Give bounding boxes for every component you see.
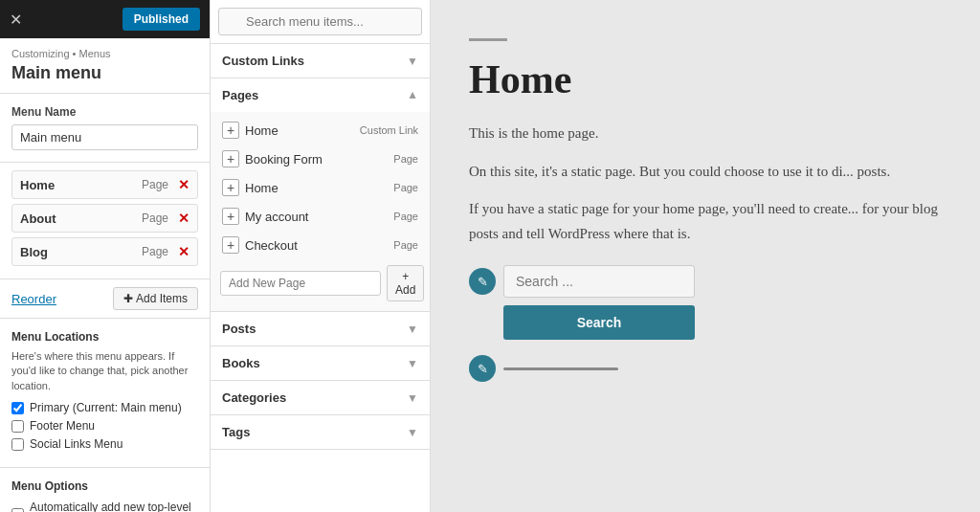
auto-add-label: Automatically add new top-level pages to… bbox=[30, 501, 198, 512]
list-item: + Home Page bbox=[211, 173, 430, 202]
location-footer: Footer Menu bbox=[11, 419, 198, 433]
site-paragraph-3: If you have a static page for your home … bbox=[469, 197, 942, 246]
search-box-wrap: 🔍 bbox=[218, 8, 422, 35]
menu-locations-description: Here's where this menu appears. If you'd… bbox=[11, 349, 198, 393]
posts-label: Posts bbox=[222, 322, 256, 336]
page-name: Home bbox=[245, 123, 278, 138]
page-type: Page bbox=[393, 211, 418, 222]
right-panel: Home This is the home page. On this site… bbox=[431, 0, 980, 512]
primary-label: Primary (Current: Main menu) bbox=[30, 401, 182, 414]
add-page-button[interactable]: + Add bbox=[387, 265, 424, 301]
breadcrumb: Customizing • Menus bbox=[0, 38, 210, 63]
accordion-posts: Posts ▼ bbox=[211, 312, 430, 346]
search-button-row: Search bbox=[469, 305, 942, 340]
page-item-left: + Checkout bbox=[222, 236, 298, 254]
social-label: Social Links Menu bbox=[30, 437, 122, 451]
panel-title: Main menu bbox=[0, 63, 210, 94]
widget-pencil-icon: ✎ bbox=[469, 268, 496, 295]
social-checkbox[interactable] bbox=[11, 438, 24, 451]
books-label: Books bbox=[222, 356, 260, 370]
search-input[interactable] bbox=[218, 8, 422, 35]
tags-label: Tags bbox=[222, 425, 250, 439]
search-widget-button[interactable]: Search bbox=[503, 305, 695, 340]
chevron-down-icon: ▼ bbox=[407, 426, 418, 439]
menu-item-type: Page bbox=[142, 245, 168, 258]
auto-add-checkbox[interactable] bbox=[11, 508, 24, 512]
menu-locations-section: Menu Locations Here's where this menu ap… bbox=[0, 319, 210, 468]
chevron-down-icon: ▼ bbox=[407, 391, 418, 405]
middle-panel: 🔍 Custom Links ▼ Pages ▼ + Home Custom L… bbox=[211, 0, 431, 512]
table-row: About Page ✕ bbox=[11, 204, 198, 233]
menu-item-remove[interactable]: ✕ bbox=[178, 177, 189, 192]
accordion-categories-header[interactable]: Categories ▼ bbox=[211, 381, 430, 414]
page-name: Home bbox=[245, 181, 278, 195]
menu-options-title: Menu Options bbox=[11, 479, 198, 493]
site-paragraph-2: On this site, it's a static page. But yo… bbox=[469, 160, 942, 185]
page-item-left: + Home bbox=[222, 122, 278, 139]
widget-divider bbox=[503, 367, 618, 370]
list-item: + Booking Form Page bbox=[211, 145, 430, 173]
accordion-posts-header[interactable]: Posts ▼ bbox=[211, 312, 430, 345]
footer-checkbox[interactable] bbox=[11, 420, 24, 433]
published-button[interactable]: Published bbox=[122, 8, 200, 31]
site-body: This is the home page. On this site, it'… bbox=[469, 122, 942, 246]
table-row: Home Page ✕ bbox=[11, 170, 198, 199]
menu-locations-title: Menu Locations bbox=[11, 330, 198, 344]
menu-actions: Reorder ✚ Add Items bbox=[0, 279, 210, 319]
menu-item-label: About bbox=[20, 211, 56, 226]
left-panel: ✕ Published Customizing • Menus Main men… bbox=[0, 0, 211, 512]
site-paragraph-1: This is the home page. bbox=[469, 122, 942, 146]
pages-content: + Home Custom Link + Booking Form Page +… bbox=[211, 112, 430, 311]
search-wrap: 🔍 bbox=[211, 0, 430, 44]
location-primary: Primary (Current: Main menu) bbox=[11, 401, 198, 414]
menu-item-label: Home bbox=[20, 178, 55, 192]
search-widget-input[interactable] bbox=[503, 265, 695, 298]
page-item-left: + My account bbox=[222, 208, 308, 225]
location-social: Social Links Menu bbox=[11, 437, 198, 451]
accordion-custom-links-header[interactable]: Custom Links ▼ bbox=[211, 44, 430, 78]
add-new-page-row: + Add bbox=[211, 259, 430, 307]
pages-label: Pages bbox=[222, 88, 258, 102]
add-items-button[interactable]: ✚ Add Items bbox=[113, 287, 198, 310]
menu-item-remove[interactable]: ✕ bbox=[178, 244, 189, 259]
add-checkout-button[interactable]: + bbox=[222, 236, 239, 254]
menu-items-list: Home Page ✕ About Page ✕ Blog Page ✕ bbox=[0, 163, 210, 279]
add-new-page-input[interactable] bbox=[220, 271, 381, 296]
site-divider bbox=[469, 38, 507, 41]
accordion-books-header[interactable]: Books ▼ bbox=[211, 346, 430, 380]
add-home-custom-button[interactable]: + bbox=[222, 122, 239, 139]
search-widget: ✎ Search ✎ bbox=[469, 265, 942, 382]
menu-item-remove[interactable]: ✕ bbox=[178, 211, 189, 226]
chevron-down-icon: ▼ bbox=[407, 357, 418, 370]
menu-item-type: Page bbox=[142, 178, 168, 191]
add-myaccount-button[interactable]: + bbox=[222, 208, 239, 225]
page-type: Page bbox=[393, 239, 418, 251]
menu-name-section: Menu Name bbox=[0, 94, 210, 163]
accordion-tags-header[interactable]: Tags ▼ bbox=[211, 415, 430, 449]
page-type: Page bbox=[393, 182, 418, 193]
widget-pencil-icon-2: ✎ bbox=[469, 355, 496, 382]
table-row: Blog Page ✕ bbox=[11, 237, 198, 266]
primary-checkbox[interactable] bbox=[11, 402, 24, 414]
menu-name-input[interactable] bbox=[11, 124, 198, 150]
accordion-categories: Categories ▼ bbox=[211, 381, 430, 415]
page-name: Booking Form bbox=[245, 152, 323, 167]
search-widget-row: ✎ bbox=[469, 265, 942, 298]
menu-item-label: Blog bbox=[20, 245, 48, 259]
custom-links-label: Custom Links bbox=[222, 54, 304, 68]
accordion-pages-header[interactable]: Pages ▼ bbox=[211, 78, 430, 112]
page-type: Page bbox=[393, 153, 418, 165]
footer-label: Footer Menu bbox=[30, 419, 95, 433]
add-booking-button[interactable]: + bbox=[222, 150, 239, 167]
reorder-button[interactable]: Reorder bbox=[11, 292, 56, 306]
accordion-books: Books ▼ bbox=[211, 346, 430, 381]
page-item-left: + Booking Form bbox=[222, 150, 323, 167]
left-header: ✕ Published bbox=[0, 0, 210, 38]
accordion-tags: Tags ▼ bbox=[211, 415, 430, 450]
menu-options-section: Menu Options Automatically add new top-l… bbox=[0, 468, 210, 512]
add-home-button[interactable]: + bbox=[222, 179, 239, 196]
close-button[interactable]: ✕ bbox=[10, 11, 22, 29]
menu-name-label: Menu Name bbox=[11, 105, 198, 119]
list-item: + Home Custom Link bbox=[211, 116, 430, 145]
page-name: My account bbox=[245, 210, 308, 224]
